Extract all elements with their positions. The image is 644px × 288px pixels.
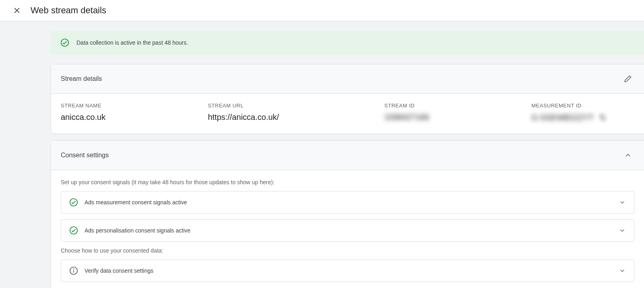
pencil-icon [624, 75, 632, 83]
consent-body: Set up your consent signals (it may take… [51, 170, 644, 288]
stream-id-col: STREAM ID 1598427166 [384, 103, 531, 122]
ads-measurement-row[interactable]: Ads measurement consent signals active [61, 191, 634, 214]
edit-stream-button[interactable] [621, 72, 634, 85]
stream-name-value: anicca.co.uk [61, 113, 208, 122]
collapse-consent-button[interactable] [621, 149, 634, 162]
stream-id-value: 1598427166 [384, 113, 531, 122]
chevron-down-icon [619, 199, 626, 206]
verify-consent-row[interactable]: Verify data consent settings [61, 259, 634, 282]
chevron-down-icon [619, 227, 626, 234]
close-button[interactable] [11, 5, 23, 16]
copy-measurement-button[interactable] [598, 113, 607, 122]
check-circle-icon [60, 38, 69, 47]
svg-point-5 [70, 227, 77, 234]
consent-settings-card: Consent settings Set up your consent sig… [51, 140, 644, 288]
ads-measurement-text: Ads measurement consent signals active [85, 199, 612, 206]
measurement-id-label: MEASUREMENT ID [531, 103, 634, 109]
stream-url-col: STREAM URL https://anicca.co.uk/ [208, 103, 384, 122]
measurement-id-value: G-SSEWB22ZYT [531, 113, 593, 122]
stream-url-value: https://anicca.co.uk/ [208, 113, 384, 122]
svg-point-8 [74, 269, 74, 269]
ads-personalisation-row[interactable]: Ads personalisation consent signals acti… [61, 219, 634, 242]
consent-intro-text: Set up your consent signals (it may take… [61, 179, 634, 185]
check-circle-icon [69, 198, 78, 207]
stream-name-col: STREAM NAME anicca.co.uk [61, 103, 208, 122]
stream-details-title: Stream details [61, 75, 102, 82]
choose-data-text: Choose how to use your consented data: [61, 247, 634, 254]
stream-details-header: Stream details [51, 64, 644, 94]
status-banner: Data collection is active in the past 48… [51, 31, 644, 54]
stream-name-label: STREAM NAME [61, 103, 208, 109]
info-icon [69, 266, 78, 275]
page-title: Web stream details [31, 5, 106, 16]
copy-icon [599, 113, 607, 121]
details-grid: STREAM NAME anicca.co.uk STREAM URL http… [51, 94, 644, 134]
content-area: Data collection is active in the past 48… [0, 21, 644, 288]
ads-personalisation-text: Ads personalisation consent signals acti… [85, 227, 612, 234]
stream-details-card: Stream details STREAM NAME anicca.co.uk … [51, 64, 644, 134]
stream-url-label: STREAM URL [208, 103, 384, 109]
svg-point-2 [61, 39, 68, 46]
page-header: Web stream details [0, 0, 644, 21]
check-circle-icon [69, 226, 78, 235]
chevron-down-icon [619, 267, 626, 274]
banner-text: Data collection is active in the past 48… [76, 39, 188, 46]
consent-header: Consent settings [51, 141, 644, 170]
stream-id-label: STREAM ID [384, 103, 531, 109]
measurement-id-col: MEASUREMENT ID G-SSEWB22ZYT [531, 103, 634, 122]
svg-rect-3 [601, 117, 605, 120]
verify-consent-text: Verify data consent settings [85, 267, 612, 274]
chevron-up-icon [624, 151, 632, 159]
svg-point-4 [70, 199, 77, 206]
close-icon [13, 6, 21, 14]
consent-title: Consent settings [61, 152, 109, 159]
